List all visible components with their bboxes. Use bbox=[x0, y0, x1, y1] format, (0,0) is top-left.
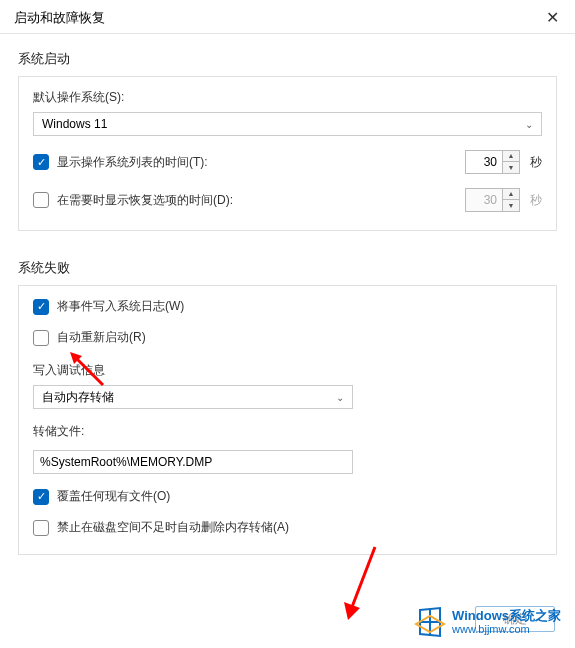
default-os-value: Windows 11 bbox=[42, 117, 107, 131]
spinner-buttons: ▲ ▼ bbox=[503, 150, 520, 174]
write-event-label: 将事件写入系统日志(W) bbox=[57, 298, 542, 315]
default-os-label: 默认操作系统(S): bbox=[33, 89, 542, 106]
system-startup-group: 默认操作系统(S): Windows 11 ⌄ 显示操作系统列表的时间(T): … bbox=[18, 76, 557, 231]
show-os-list-spinner: ▲ ▼ 秒 bbox=[465, 150, 542, 174]
show-os-list-value[interactable] bbox=[465, 150, 503, 174]
titlebar: 启动和故障恢复 ✕ bbox=[0, 0, 575, 34]
seconds-unit: 秒 bbox=[530, 154, 542, 171]
disable-auto-delete-label: 禁止在磁盘空间不足时自动删除内存转储(A) bbox=[57, 519, 542, 536]
spinner-down-icon: ▼ bbox=[503, 200, 519, 211]
disable-auto-delete-row: 禁止在磁盘空间不足时自动删除内存转储(A) bbox=[33, 519, 542, 536]
watermark-url: www.bjjmw.com bbox=[452, 623, 561, 636]
spinner-buttons-disabled: ▲ ▼ bbox=[503, 188, 520, 212]
dialog-content: 系统启动 默认操作系统(S): Windows 11 ⌄ 显示操作系统列表的时间… bbox=[0, 34, 575, 555]
auto-restart-row: 自动重新启动(R) bbox=[33, 329, 542, 346]
show-recovery-row: 在需要时显示恢复选项的时间(D): ▲ ▼ 秒 bbox=[33, 188, 542, 212]
spinner-up-icon: ▲ bbox=[503, 189, 519, 200]
windows-logo-icon bbox=[414, 606, 446, 638]
watermark-title: Windows系统之家 bbox=[452, 608, 561, 624]
dump-file-label: 转储文件: bbox=[33, 423, 542, 440]
system-failure-section-label: 系统失败 bbox=[18, 259, 557, 277]
debug-info-select[interactable]: 自动内存转储 ⌄ bbox=[33, 385, 353, 409]
disable-auto-delete-checkbox[interactable] bbox=[33, 520, 49, 536]
chevron-down-icon: ⌄ bbox=[525, 119, 533, 130]
show-recovery-label: 在需要时显示恢复选项的时间(D): bbox=[57, 192, 465, 209]
auto-restart-checkbox[interactable] bbox=[33, 330, 49, 346]
overwrite-row: 覆盖任何现有文件(O) bbox=[33, 488, 542, 505]
show-os-list-row: 显示操作系统列表的时间(T): ▲ ▼ 秒 bbox=[33, 150, 542, 174]
overwrite-label: 覆盖任何现有文件(O) bbox=[57, 488, 542, 505]
close-icon[interactable]: ✕ bbox=[542, 8, 563, 27]
system-failure-group: 将事件写入系统日志(W) 自动重新启动(R) 写入调试信息 自动内存转储 ⌄ 转… bbox=[18, 285, 557, 555]
svg-marker-1 bbox=[344, 602, 360, 620]
show-recovery-spinner: ▲ ▼ 秒 bbox=[465, 188, 542, 212]
show-os-list-label: 显示操作系统列表的时间(T): bbox=[57, 154, 465, 171]
chevron-down-icon: ⌄ bbox=[336, 392, 344, 403]
show-os-list-checkbox[interactable] bbox=[33, 154, 49, 170]
system-startup-section-label: 系统启动 bbox=[18, 50, 557, 68]
watermark-text: Windows系统之家 www.bjjmw.com bbox=[452, 608, 561, 637]
write-event-row: 将事件写入系统日志(W) bbox=[33, 298, 542, 315]
overwrite-checkbox[interactable] bbox=[33, 489, 49, 505]
seconds-unit-disabled: 秒 bbox=[530, 192, 542, 209]
dialog-title: 启动和故障恢复 bbox=[14, 9, 105, 27]
spinner-down-icon[interactable]: ▼ bbox=[503, 162, 519, 173]
auto-restart-label: 自动重新启动(R) bbox=[57, 329, 542, 346]
dump-file-input[interactable] bbox=[33, 450, 353, 474]
debug-info-label: 写入调试信息 bbox=[33, 362, 542, 379]
debug-info-value: 自动内存转储 bbox=[42, 389, 114, 406]
spinner-up-icon[interactable]: ▲ bbox=[503, 151, 519, 162]
show-recovery-checkbox[interactable] bbox=[33, 192, 49, 208]
default-os-select[interactable]: Windows 11 ⌄ bbox=[33, 112, 542, 136]
watermark: Windows系统之家 www.bjjmw.com bbox=[410, 604, 565, 640]
show-recovery-value bbox=[465, 188, 503, 212]
startup-recovery-dialog: 启动和故障恢复 ✕ 系统启动 默认操作系统(S): Windows 11 ⌄ 显… bbox=[0, 0, 575, 648]
write-event-checkbox[interactable] bbox=[33, 299, 49, 315]
